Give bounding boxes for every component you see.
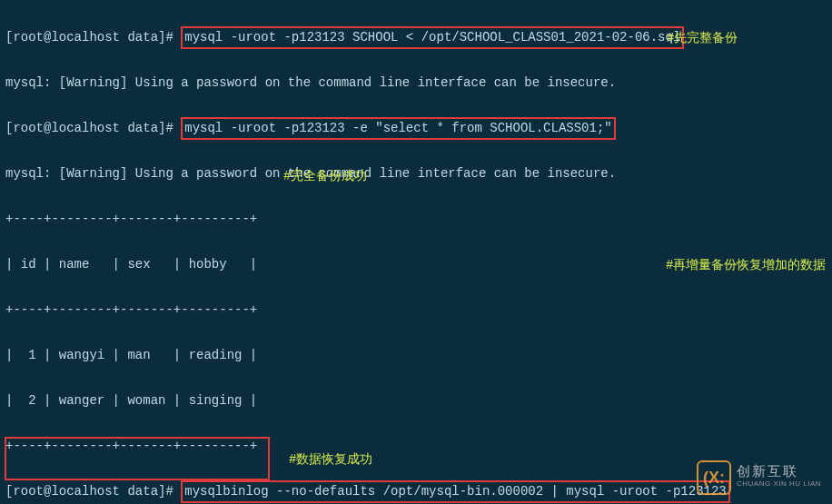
watermark-text: 创新互联 CHUANG XIN HU LIAN	[737, 465, 821, 490]
watermark-cn: 创新互联	[737, 465, 821, 478]
highlight-box-cmd-2: mysql -uroot -p123123 -e "select * from …	[181, 117, 615, 140]
line-warning-2: mysql: [Warning] Using a password on the…	[5, 163, 827, 185]
warning-1: mysql: [Warning] Using a password on the…	[5, 75, 616, 90]
line-warning-1: mysql: [Warning] Using a password on the…	[5, 72, 827, 94]
prompt-1: [root@localhost data]#	[5, 30, 181, 44]
terminal-output: [root@localhost data]# mysql -uroot -p12…	[0, 0, 832, 504]
highlight-box-cmd-1: mysql -uroot -p123123 SCHOOL < /opt/SCHO…	[181, 26, 684, 49]
table1-row1: | 1 | wangyi | man | reading |	[5, 344, 827, 367]
watermark: (X: 创新互联 CHUANG XIN HU LIAN	[697, 460, 821, 495]
watermark-logo-icon: (X:	[697, 460, 731, 495]
cmd-full-restore: mysql -uroot -p123123 SCHOOL < /opt/SCHO…	[184, 30, 680, 44]
prompt-2: [root@localhost data]#	[5, 121, 181, 135]
table1-border-mid: +----+--------+-------+---------+	[5, 299, 827, 321]
table1-row2: | 2 | wanger | woman | singing |	[5, 390, 827, 412]
highlight-box-cmd-3: mysqlbinlog --no-defaults /opt/mysql-bin…	[181, 480, 730, 503]
cmd-select-1: mysql -uroot -p123123 -e "select * from …	[184, 121, 611, 135]
table1-border-bot: +----+--------+-------+---------+	[5, 435, 827, 458]
cmd-binlog-restore: mysqlbinlog --no-defaults /opt/mysql-bin…	[184, 484, 727, 499]
prompt-3: [root@localhost data]#	[5, 484, 181, 499]
annotation-restore-success: #数据恢复成功	[289, 449, 372, 471]
annotation-full-backup-success: #完全备份成功	[283, 165, 367, 188]
annotation-full-backup-first: #先完整备份	[667, 27, 738, 50]
watermark-en: CHUANG XIN HU LIAN	[737, 478, 821, 490]
annotation-incremental-restore: #再增量备份恢复增加的数据	[666, 254, 826, 277]
line-cmd-2: [root@localhost data]# mysql -uroot -p12…	[5, 117, 827, 140]
table1-border-top: +----+--------+-------+---------+	[5, 208, 827, 231]
